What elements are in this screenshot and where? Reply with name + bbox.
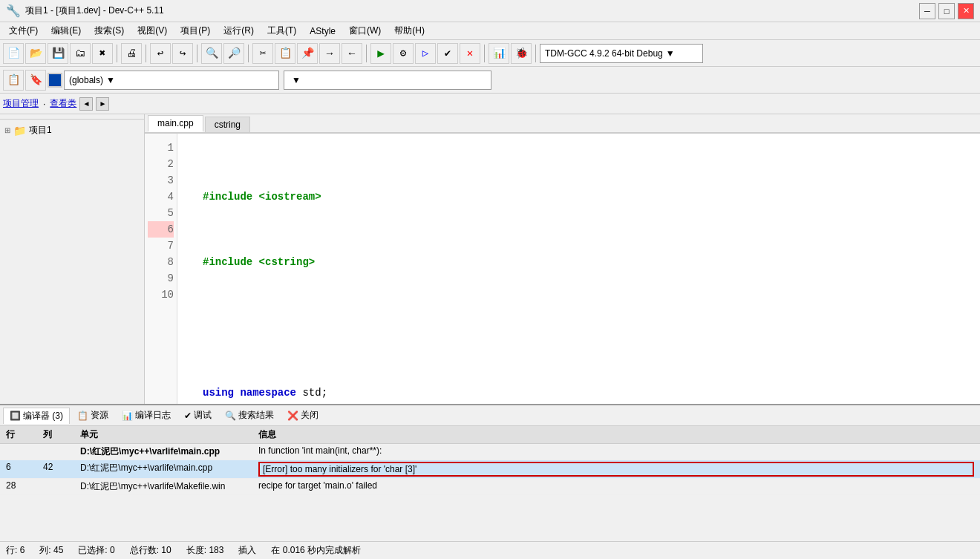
function-dropdown[interactable]: ▼: [284, 71, 491, 90]
compile-run-button[interactable]: ▶: [370, 43, 391, 64]
debug-check-button[interactable]: ✔: [437, 43, 458, 64]
menu-item-view[interactable]: 视图(V): [131, 23, 173, 39]
close-tab-icon: ❌: [287, 411, 298, 421]
err-msg-1: [Error] too many initializers for 'char …: [258, 462, 974, 477]
menu-item-edit[interactable]: 编辑(E): [45, 23, 87, 39]
toolbar-separator-1: [117, 45, 117, 62]
new-button[interactable]: 📄: [3, 43, 24, 64]
bottom-tab-compile-log[interactable]: 📊 编译日志: [116, 408, 177, 423]
menu-item-search[interactable]: 搜索(S): [88, 23, 130, 39]
tab-main-cpp[interactable]: main.cpp: [148, 115, 203, 132]
bp-placeholder-4: [186, 385, 201, 400]
menu-item-window[interactable]: 窗口(W): [343, 23, 387, 39]
err-row-num-1: 6: [6, 462, 43, 477]
class-icon-button[interactable]: 📋: [3, 70, 24, 91]
bp-placeholder-2: [186, 255, 201, 269]
redo-button[interactable]: ↪: [172, 43, 193, 64]
menu-item-tools[interactable]: 工具(T): [261, 23, 302, 39]
err-msg-2: recipe for target 'main.o' failed: [258, 480, 974, 493]
toolbar-separator-4: [248, 45, 249, 62]
bottom-tab-debug[interactable]: ✔ 调试: [178, 408, 218, 423]
save-all-button[interactable]: 🗂: [70, 43, 91, 64]
col-header-unit: 单元: [80, 428, 258, 441]
unindent-button[interactable]: ←: [342, 43, 362, 64]
find-next-button[interactable]: 🔎: [223, 43, 244, 64]
toolbar-separator-5: [366, 45, 367, 62]
err-col-num-2: [43, 480, 80, 493]
tab-cstring[interactable]: cstring: [205, 117, 250, 132]
undo-button[interactable]: ↩: [150, 43, 171, 64]
menu-item-help[interactable]: 帮助(H): [388, 23, 431, 39]
print-button[interactable]: 🖨: [121, 43, 142, 64]
debug-button[interactable]: 🐞: [511, 43, 532, 64]
code-editor[interactable]: 1 2 3 4 5 6 7 8 9 10 #include <iostream>: [145, 134, 980, 404]
status-col: 列: 45: [39, 544, 63, 557]
main-area: ⊞ 📁 项目1 main.cpp cstring 1 2 3 4 5 6 7 8…: [0, 114, 980, 404]
error-row-2[interactable]: 28 D:\红泥巴\myc++\varlife\Makefile.win rec…: [0, 479, 980, 495]
nav-right-arrow[interactable]: ►: [96, 97, 109, 111]
close-button[interactable]: ✕: [958, 3, 974, 19]
error-row-1[interactable]: 6 42 D:\红泥巴\myc++\varlife\main.cpp [Erro…: [0, 460, 980, 479]
err-col-num-1: 42: [43, 462, 80, 477]
toolbar2: 📋 🔖 (globals) ▼ ▼: [0, 67, 980, 94]
bottom-tab-close[interactable]: ❌ 关闭: [281, 408, 324, 423]
menu-item-project[interactable]: 项目(P): [174, 23, 216, 39]
editor-area: main.cpp cstring 1 2 3 4 5 6 7 8 9 10: [145, 114, 980, 404]
nav-left-arrow[interactable]: ◄: [79, 97, 93, 111]
close-file-button[interactable]: ✖: [92, 43, 113, 64]
maximize-button[interactable]: □: [938, 3, 955, 19]
nav-separator: ·: [43, 99, 45, 109]
paste-button[interactable]: 📌: [297, 43, 318, 64]
project-manager-link[interactable]: 项目管理: [3, 97, 39, 110]
status-selected: 已选择: 0: [78, 544, 114, 557]
tree-item-project1[interactable]: ⊞ 📁 项目1: [3, 122, 141, 138]
save-button[interactable]: 💾: [48, 43, 68, 64]
menu-item-run[interactable]: 运行(R): [218, 23, 260, 39]
resources-tab-icon: 📋: [77, 411, 88, 421]
err-msg-0: In function 'int main(int, char**):: [258, 445, 974, 458]
err-file-1: D:\红泥巴\myc++\varlife\main.cpp: [80, 462, 258, 477]
bottom-tab-compiler[interactable]: 🔲 编译器 (3): [3, 408, 70, 424]
add-watchpoint-button[interactable]: 🔖: [25, 70, 46, 91]
open-button[interactable]: 📂: [25, 43, 46, 64]
line-numbers: 1 2 3 4 5 6 7 8 9 10: [145, 134, 177, 404]
search-tab-icon: 🔍: [225, 411, 236, 421]
status-row: 行: 6: [6, 544, 24, 557]
col-header-col: 列: [43, 428, 80, 441]
bottom-tab-search-results[interactable]: 🔍 搜索结果: [219, 408, 280, 423]
globals-dropdown[interactable]: (globals) ▼: [64, 71, 279, 90]
sidebar: ⊞ 📁 项目1: [0, 114, 145, 404]
color-button[interactable]: [48, 73, 62, 88]
compile-button[interactable]: ⚙: [393, 43, 414, 64]
globals-dropdown-arrow: ▼: [106, 75, 115, 85]
menu-item-file[interactable]: 文件(F): [3, 23, 44, 39]
bottom-tab-resources[interactable]: 📋 资源: [71, 408, 114, 423]
debug-tab-icon: ✔: [184, 411, 192, 421]
compiler-tab-label: 编译器 (3): [23, 410, 63, 422]
cut-button[interactable]: ✂: [252, 43, 273, 64]
err-row-num-0: [6, 445, 43, 458]
copy-button[interactable]: 📋: [275, 43, 295, 64]
status-length: 长度: 183: [186, 544, 224, 557]
indent-button[interactable]: →: [319, 43, 340, 64]
toolbar-separator-6: [484, 45, 485, 62]
minimize-button[interactable]: ─: [919, 3, 935, 19]
code-line-2: #include <cstring>: [183, 254, 974, 270]
sidebar-content: ⊞ 📁 项目1: [0, 120, 144, 404]
status-bar: 行: 6 列: 45 已选择: 0 总行数: 10 长度: 183 插入 在 0…: [0, 541, 980, 559]
compiler-dropdown-arrow: ▼: [666, 48, 675, 59]
compiler-dropdown[interactable]: TDM-GCC 4.9.2 64-bit Debug ▼: [540, 44, 703, 63]
run-button[interactable]: ▷: [415, 43, 436, 64]
stop-button[interactable]: ✕: [460, 43, 480, 64]
bottom-panel: 🔲 编译器 (3) 📋 资源 📊 编译日志 ✔ 调试 🔍 搜索结果 ❌ 关闭 行…: [0, 404, 980, 541]
class-viewer-link[interactable]: 查看类: [50, 97, 76, 110]
status-mode: 插入: [238, 544, 256, 557]
profile-button[interactable]: 📊: [489, 43, 509, 64]
resources-tab-label: 资源: [91, 409, 108, 422]
error-table-header: 行 列 单元 信息: [0, 426, 980, 444]
find-button[interactable]: 🔍: [201, 43, 222, 64]
error-row-0[interactable]: D:\红泥巴\myc++\varlife\main.cpp In functio…: [0, 444, 980, 460]
menu-item-astyle[interactable]: AStyle: [304, 24, 342, 38]
folder-icon: 📁: [13, 125, 26, 137]
code-content[interactable]: #include <iostream> #include <cstring> u…: [177, 134, 980, 404]
